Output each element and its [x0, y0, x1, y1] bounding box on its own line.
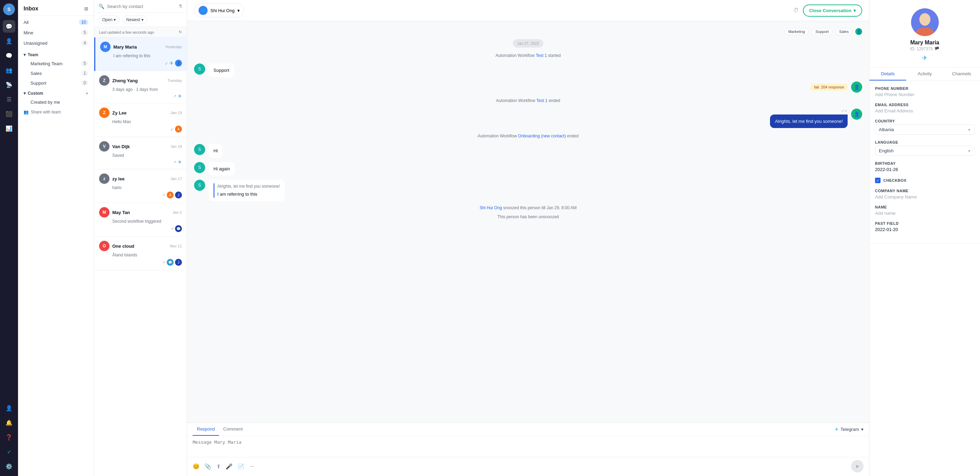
conv-item-vandijk[interactable]: V Van Dijk Jan 18 Saved ↗ ✈	[94, 137, 187, 169]
panel-tabs: Details Activity Channels	[869, 68, 980, 81]
conv-item-maytan[interactable]: M May Tan Jan 2 Second workflow triggere…	[94, 203, 187, 236]
snooze-user-link[interactable]: Shi Hui Ong	[480, 205, 502, 210]
settings-icon[interactable]: ⚙️	[3, 460, 15, 473]
user-avatar[interactable]: S	[3, 3, 15, 15]
conv-item-mary[interactable]: M Mary Maria Yesterday I am referring to…	[94, 37, 187, 71]
company-placeholder[interactable]: Add Company Name	[875, 194, 974, 200]
notifications-icon[interactable]: 🔔	[3, 416, 15, 429]
right-panel: Mary Maria ID: 1297375 🏴 ✈ Details Activ…	[869, 0, 980, 476]
language-label: Language	[875, 140, 974, 144]
telegram-channel-icon: ✈	[835, 427, 838, 432]
analytics-icon[interactable]: 📊	[3, 122, 15, 134]
canned-icon[interactable]: ↔	[249, 463, 255, 470]
audio-icon[interactable]: 🎤	[226, 463, 232, 470]
dashboard-icon[interactable]: ⬛	[3, 107, 15, 120]
field-email: Email Address Add Email Address	[875, 103, 974, 113]
reports-icon[interactable]: ☰	[3, 93, 15, 105]
sidebar-item-marketing[interactable]: Marketing Team 5	[18, 59, 94, 68]
msg-bubble-outgoing-1: Alrights, let me find you someone!	[770, 115, 848, 128]
birthday-label: Birthday	[875, 161, 974, 166]
chat-icon[interactable]: 🗨️	[3, 49, 15, 62]
filter-newest-btn[interactable]: Newest ▾	[123, 16, 147, 24]
filter-icon[interactable]: ⚗	[178, 3, 183, 9]
conv-avatar-vandijk: V	[99, 141, 110, 152]
contacts-icon[interactable]: 👤	[3, 35, 15, 47]
attachment-icon[interactable]: 📎	[204, 463, 212, 470]
sidebar-toggle-icon[interactable]: ⊞	[84, 6, 88, 11]
contact-chevron-icon: ▾	[237, 8, 240, 13]
checkmark-icon[interactable]: ✓	[3, 446, 15, 458]
profile-icon[interactable]: 👤	[3, 402, 15, 414]
contact-telegram-icon[interactable]: ✈	[922, 54, 928, 62]
msg-bubble-support: Support	[208, 64, 234, 77]
country-select[interactable]: Albania	[875, 125, 974, 134]
upload-icon[interactable]: ⬆	[216, 463, 221, 470]
email-placeholder[interactable]: Add Email Address	[875, 108, 974, 113]
snooze-icon[interactable]: ⏱	[793, 7, 799, 14]
emoji-icon[interactable]: 😊	[192, 463, 200, 470]
mine-label: Mine	[24, 30, 33, 35]
broadcast-icon[interactable]: 📡	[3, 78, 15, 91]
sidebar-item-unassigned[interactable]: Unassigned 4	[18, 38, 94, 48]
arrow-icon: ↙	[165, 61, 168, 65]
tab-respond[interactable]: Respond	[192, 423, 219, 436]
people-icon[interactable]: 👥	[3, 64, 15, 76]
chat-input[interactable]	[192, 439, 864, 450]
sidebar-item-all[interactable]: All 10	[18, 17, 94, 27]
close-conversation-btn[interactable]: Close Conversation ▾	[803, 5, 862, 17]
msg-row-quoted: S Alrights, let me find you someone! I a…	[194, 180, 862, 201]
footer-channel-btn[interactable]: ✈ Telegram ▾	[835, 423, 864, 436]
tab-details[interactable]: Details	[869, 68, 906, 80]
conv-name-maytan: May Tan	[112, 210, 130, 215]
workflow-link-1[interactable]: Test 1	[536, 53, 547, 58]
sales-label: Sales	[30, 71, 42, 76]
conv-time-maytan: Jan 2	[173, 210, 182, 214]
sidebar-item-created-by-me[interactable]: Created by me	[18, 97, 94, 107]
chat-input-area	[187, 436, 869, 457]
unsnooze-notification: This person has been unsnoozed	[194, 214, 862, 219]
contact-avatar-small: 🌐	[199, 6, 208, 15]
workflow-link-2[interactable]: Test 1	[536, 98, 547, 103]
language-select[interactable]: English	[875, 146, 974, 156]
arrow-icon: ↙	[170, 127, 173, 131]
team-group-header[interactable]: ▾ Team	[18, 50, 94, 59]
conv-name-onecloud: One cloud	[112, 244, 134, 249]
add-custom-icon[interactable]: +	[86, 91, 88, 96]
help-icon[interactable]: ❓	[3, 431, 15, 443]
custom-group-header[interactable]: ▾ Custom +	[18, 88, 94, 97]
checkbox-icon[interactable]: ✓	[875, 177, 881, 183]
birthday-value: 2022-01-26	[875, 167, 974, 172]
conv-name-mary: Mary Maria	[113, 45, 137, 50]
conv-item-zheng[interactable]: Z Zheng Yang Tuesday 3 days ago · 1 days…	[94, 71, 187, 104]
template-icon[interactable]: 📄	[237, 463, 244, 470]
tab-comment[interactable]: Comment	[219, 423, 247, 436]
chat-footer: Respond Comment ✈ Telegram ▾ 😊 📎 ⬆ 🎤 📄 ↔…	[187, 423, 869, 476]
field-birthday: Birthday 2022-01-26	[875, 161, 974, 172]
sidebar-item-sales[interactable]: Sales 1	[18, 68, 94, 78]
tab-activity[interactable]: Activity	[906, 68, 943, 80]
contact-id: ID: 1297375 🏴	[910, 46, 939, 51]
sidebar-item-mine[interactable]: Mine 5	[18, 27, 94, 38]
msg-avatar-quoted: S	[194, 180, 205, 191]
sidebar-item-support[interactable]: Support 0	[18, 78, 94, 88]
arrow-icon: ↗	[173, 160, 177, 165]
email-label: Email Address	[875, 103, 974, 107]
conv-item-zylee2[interactable]: z zy lee Jan 17 harlo ↗ A J	[94, 169, 187, 203]
tab-channels[interactable]: Channels	[943, 68, 980, 80]
share-with-team[interactable]: 👥 Share with team	[18, 107, 94, 117]
send-button[interactable]: ➤	[851, 460, 864, 473]
search-input[interactable]	[107, 4, 175, 9]
conv-preview-zy: Hello Man	[112, 119, 175, 124]
conv-item-onecloud[interactable]: O One cloud Nov 11 Åland Islands ↗ 💬 J	[94, 236, 187, 270]
name-placeholder[interactable]: Add name	[875, 211, 974, 216]
workflow-link-3[interactable]: Onboarding (new contact)	[518, 134, 566, 139]
agent-badge-j2: J	[175, 259, 182, 266]
phone-placeholder[interactable]: Add Phone Number	[875, 92, 974, 97]
msg-avatar-hi: S	[194, 144, 205, 155]
chat-contact-btn[interactable]: 🌐 Shi Hui Ong ▾	[194, 3, 244, 18]
conv-item-zy[interactable]: Z Zy Lee Jan 19 Hello Man ↙ A	[94, 104, 187, 137]
conv-avatar-mary: M	[100, 42, 111, 52]
refresh-icon[interactable]: ↻	[179, 30, 182, 34]
filter-open-btn[interactable]: Open ▾	[99, 16, 119, 24]
inbox-icon[interactable]: 💬	[3, 20, 15, 33]
